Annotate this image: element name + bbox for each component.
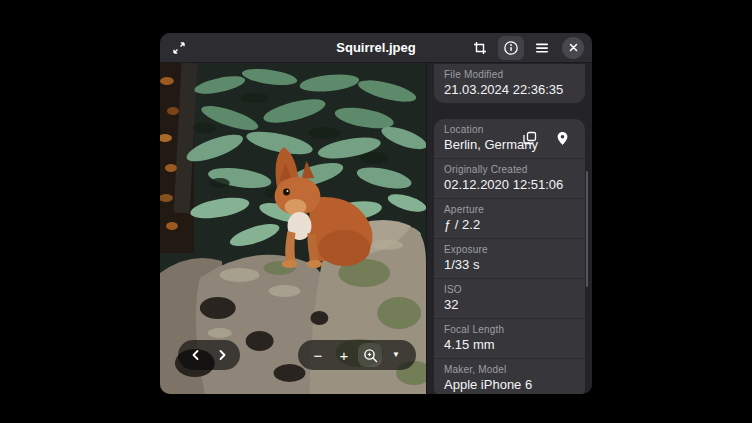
zoom-pill: − + ▼ [298, 340, 416, 370]
magnifier-icon [363, 348, 378, 363]
window-content: − + ▼ File Modified 21.03.2024 [160, 63, 592, 394]
info-icon [503, 40, 519, 56]
next-image-button[interactable] [210, 343, 234, 367]
chevron-left-icon [190, 349, 202, 361]
previous-image-button[interactable] [184, 343, 208, 367]
property-location: Location Berlin, Germany [434, 119, 585, 158]
crop-button[interactable] [467, 36, 493, 60]
zoom-out-button[interactable]: − [306, 343, 330, 367]
card-gap [434, 103, 585, 119]
hamburger-icon [535, 42, 549, 54]
image-canvas[interactable]: − + ▼ [160, 63, 427, 394]
chevron-down-icon: ▼ [392, 351, 400, 359]
properties-sidebar: File Modified 21.03.2024 22:36:35 Locati… [427, 63, 592, 394]
map-pin-icon [556, 131, 569, 146]
file-info-card: File Modified 21.03.2024 22:36:35 [434, 64, 585, 103]
copy-location-button[interactable] [517, 125, 543, 151]
zoom-reset-button[interactable] [358, 343, 382, 367]
property-exposure: Exposure 1/33 s [434, 238, 585, 278]
property-aperture: Aperture ƒ / 2.2 [434, 198, 585, 238]
crop-icon [473, 41, 487, 55]
close-icon [562, 37, 584, 59]
close-button[interactable] [560, 36, 586, 60]
fullscreen-button[interactable] [166, 36, 192, 60]
property-focal-length: Focal Length 4.15 mm [434, 318, 585, 358]
menu-button[interactable] [529, 36, 555, 60]
properties-button[interactable] [498, 36, 524, 60]
sidebar-scrollbar[interactable] [586, 171, 588, 287]
property-originally-created: Originally Created 02.12.2020 12:51:06 [434, 158, 585, 198]
property-iso: ISO 32 [434, 278, 585, 318]
property-maker-model: Maker, Model Apple iPhone 6 [434, 358, 585, 394]
image-viewer-window: Squirrel.jpeg [160, 33, 592, 394]
property-file-modified: File Modified 21.03.2024 22:36:35 [434, 64, 585, 103]
image-details-card: Location Berlin, Germany [434, 119, 585, 394]
zoom-in-button[interactable]: + [332, 343, 356, 367]
open-map-button[interactable] [549, 125, 575, 151]
titlebar-actions [467, 36, 586, 60]
expand-icon [172, 41, 186, 55]
copy-icon [523, 131, 537, 145]
nav-pill [178, 340, 240, 370]
titlebar: Squirrel.jpeg [160, 33, 592, 63]
chevron-right-icon [216, 349, 228, 361]
zoom-menu-button[interactable]: ▼ [384, 343, 408, 367]
